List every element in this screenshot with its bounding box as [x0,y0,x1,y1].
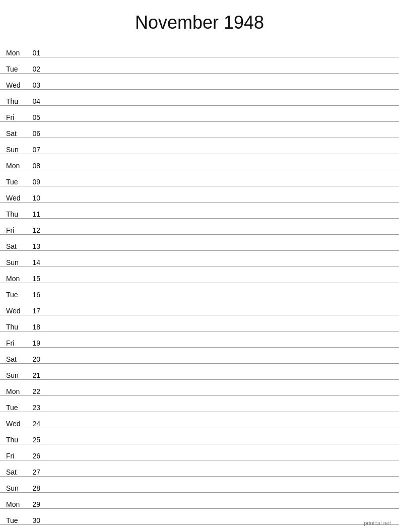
day-row: Fri19 [0,331,399,348]
day-row: Sat20 [0,348,399,364]
day-label: Fri [6,226,28,234]
day-row: Sun28 [0,477,399,493]
day-row: Fri26 [0,444,399,460]
day-label: Sun [6,371,28,379]
day-row: Sat06 [0,122,399,138]
day-number: 03 [28,81,44,89]
page-title: November 1948 [0,0,399,41]
day-row: Fri12 [0,219,399,235]
calendar-container: Mon01Tue02Wed03Thu04Fri05Sat06Sun07Mon08… [0,41,399,525]
day-number: 15 [28,275,44,283]
day-label: Mon [6,500,28,508]
day-label: Tue [6,65,28,73]
day-row: Mon15 [0,267,399,283]
day-row: Wed10 [0,186,399,203]
day-row: Wed17 [0,299,399,315]
day-label: Sat [6,242,28,250]
day-number: 18 [28,323,44,331]
day-row: Tue16 [0,283,399,299]
day-number: 29 [28,500,44,508]
day-number: 09 [28,178,44,186]
day-label: Tue [6,404,28,412]
day-label: Wed [6,420,28,428]
day-row: Tue30 [0,509,399,525]
day-number: 11 [28,210,44,218]
day-label: Sun [6,146,28,154]
day-number: 01 [28,49,44,57]
day-label: Tue [6,291,28,299]
day-label: Fri [6,452,28,460]
day-row: Tue23 [0,396,399,412]
day-number: 05 [28,113,44,121]
day-row: Wed03 [0,74,399,90]
day-number: 25 [28,436,44,444]
day-label: Fri [6,339,28,347]
day-label: Tue [6,516,28,524]
day-number: 20 [28,355,44,363]
day-label: Wed [6,81,28,89]
day-label: Mon [6,387,28,395]
day-row: Tue09 [0,170,399,186]
day-number: 17 [28,307,44,315]
day-label: Sat [6,355,28,363]
day-number: 30 [28,516,44,524]
day-number: 19 [28,339,44,347]
day-number: 26 [28,452,44,460]
day-number: 23 [28,404,44,412]
day-row: Mon22 [0,380,399,396]
day-number: 08 [28,162,44,170]
day-number: 04 [28,97,44,105]
day-number: 13 [28,242,44,250]
day-row: Sat27 [0,460,399,477]
day-row: Fri05 [0,106,399,122]
day-number: 16 [28,291,44,299]
day-row: Sat13 [0,235,399,251]
day-label: Sat [6,129,28,138]
day-label: Mon [6,162,28,170]
day-number: 22 [28,387,44,395]
day-row: Wed24 [0,412,399,428]
day-label: Wed [6,307,28,315]
day-row: Thu11 [0,203,399,219]
day-number: 07 [28,146,44,154]
day-label: Thu [6,97,28,105]
day-number: 02 [28,65,44,73]
day-row: Sun14 [0,251,399,267]
day-row: Mon08 [0,154,399,170]
day-row: Tue02 [0,57,399,74]
day-row: Sun21 [0,364,399,380]
day-label: Sun [6,258,28,267]
day-number: 14 [28,258,44,267]
day-number: 24 [28,420,44,428]
day-row: Thu18 [0,315,399,331]
day-row: Thu04 [0,90,399,106]
footer-text: printcal.net [364,520,391,526]
day-label: Sat [6,468,28,476]
day-label: Thu [6,436,28,444]
day-number: 21 [28,371,44,379]
day-label: Thu [6,210,28,218]
day-row: Thu25 [0,428,399,444]
day-number: 12 [28,226,44,234]
day-row: Sun07 [0,138,399,154]
day-number: 06 [28,129,44,138]
day-row: Mon29 [0,493,399,509]
day-number: 28 [28,484,44,492]
day-label: Tue [6,178,28,186]
day-label: Mon [6,275,28,283]
day-number: 10 [28,194,44,202]
day-label: Mon [6,49,28,57]
day-row: Mon01 [0,41,399,57]
day-label: Wed [6,194,28,202]
day-label: Thu [6,323,28,331]
day-number: 27 [28,468,44,476]
day-label: Fri [6,113,28,121]
day-label: Sun [6,484,28,492]
